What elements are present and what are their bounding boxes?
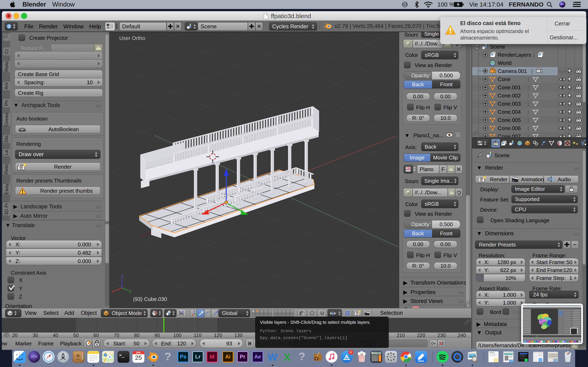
svg-text:i: i (8, 24, 9, 29)
svg-text:y: y (130, 288, 132, 293)
svg-text:(93) Cube.030: (93) Cube.030 (133, 296, 167, 302)
svg-text:z: z (121, 274, 123, 279)
svg-text:User Ortho: User Ortho (119, 35, 145, 41)
svg-text:x: x (112, 289, 114, 294)
